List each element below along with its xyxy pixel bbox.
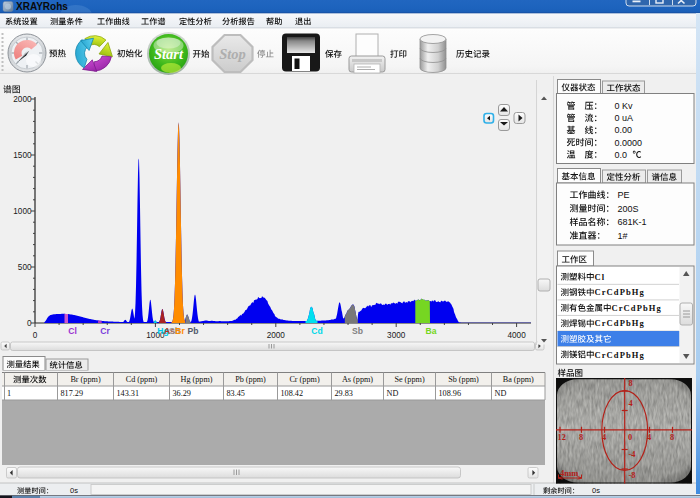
svg-text:1: 1 xyxy=(7,389,11,398)
svg-text:0.0: 0.0 xyxy=(615,150,628,160)
svg-text:500: 500 xyxy=(18,263,32,272)
svg-text:Hg (ppm): Hg (ppm) xyxy=(180,375,212,384)
svg-text:0s: 0s xyxy=(70,486,78,495)
svg-text:Stop: Stop xyxy=(219,46,246,62)
svg-text:2000: 2000 xyxy=(13,95,32,104)
svg-text:0s: 0s xyxy=(592,486,600,495)
svg-text:Br (ppm): Br (ppm) xyxy=(70,375,101,384)
svg-text:1000: 1000 xyxy=(13,207,32,216)
svg-text:8: 8 xyxy=(579,433,583,442)
svg-text:681K-1: 681K-1 xyxy=(618,217,647,227)
svg-text:0: 0 xyxy=(33,331,38,340)
svg-text:36.29: 36.29 xyxy=(173,389,191,398)
svg-text:Pb (ppm): Pb (ppm) xyxy=(235,375,266,384)
svg-text:Cd: Cd xyxy=(311,326,322,336)
svg-text:Ba (ppm): Ba (ppm) xyxy=(503,375,534,384)
svg-text:12: 12 xyxy=(558,433,566,442)
svg-text:XRAYRohs: XRAYRohs xyxy=(16,1,68,12)
svg-text:Sb (ppm): Sb (ppm) xyxy=(448,375,479,384)
svg-text:83.45: 83.45 xyxy=(227,389,245,398)
svg-text:143.31: 143.31 xyxy=(117,389,140,398)
svg-text:Cl: Cl xyxy=(595,272,606,282)
svg-text:Pb: Pb xyxy=(188,326,199,336)
svg-text:CrCdPbHg: CrCdPbHg xyxy=(595,350,645,360)
svg-text:200S: 200S xyxy=(618,204,639,214)
svg-text:Se (ppm): Se (ppm) xyxy=(394,375,425,384)
svg-text:Cr: Cr xyxy=(100,326,110,336)
svg-text:108.96: 108.96 xyxy=(439,389,462,398)
svg-text:4: 4 xyxy=(629,399,633,408)
svg-text:4: 4 xyxy=(602,433,606,442)
svg-text:0: 0 xyxy=(27,319,32,328)
svg-text:0 Kv: 0 Kv xyxy=(615,101,634,111)
svg-text:4000: 4000 xyxy=(507,331,526,340)
svg-text:1#: 1# xyxy=(618,231,628,241)
svg-text:0.0000: 0.0000 xyxy=(615,138,643,148)
svg-text:4: 4 xyxy=(647,433,651,442)
svg-text:Ba: Ba xyxy=(426,326,437,336)
svg-text:8: 8 xyxy=(670,433,674,442)
svg-text:CrCdPbHg: CrCdPbHg xyxy=(612,303,662,313)
svg-text:8: 8 xyxy=(629,379,633,388)
svg-text:817.29: 817.29 xyxy=(61,389,84,398)
svg-text:4mm: 4mm xyxy=(560,468,578,478)
svg-text:29.83: 29.83 xyxy=(335,389,353,398)
svg-text:Sb: Sb xyxy=(352,326,363,336)
svg-text:108.42: 108.42 xyxy=(281,389,304,398)
svg-text:PE: PE xyxy=(618,190,630,200)
svg-text:Start: Start xyxy=(154,46,184,62)
svg-text:Cl: Cl xyxy=(68,326,77,336)
svg-text:0 uA: 0 uA xyxy=(615,113,634,123)
svg-text:1500: 1500 xyxy=(13,151,32,160)
svg-text:Br: Br xyxy=(175,326,185,336)
svg-text:2000: 2000 xyxy=(267,331,286,340)
svg-text:Cr (ppm): Cr (ppm) xyxy=(289,375,320,384)
svg-text:0: 0 xyxy=(628,433,632,442)
svg-text:-4: -4 xyxy=(629,450,636,459)
svg-text:ND: ND xyxy=(495,389,507,398)
svg-text:CrCdPbHg: CrCdPbHg xyxy=(595,318,645,328)
svg-text:ND: ND xyxy=(387,389,399,398)
svg-text:As (ppm): As (ppm) xyxy=(342,375,373,384)
svg-text:0.00: 0.00 xyxy=(615,125,633,135)
svg-text:-8: -8 xyxy=(629,471,636,480)
svg-text:CrCdPbHg: CrCdPbHg xyxy=(595,287,645,297)
svg-text:3000: 3000 xyxy=(387,331,406,340)
svg-text:Cd (ppm): Cd (ppm) xyxy=(126,375,158,384)
